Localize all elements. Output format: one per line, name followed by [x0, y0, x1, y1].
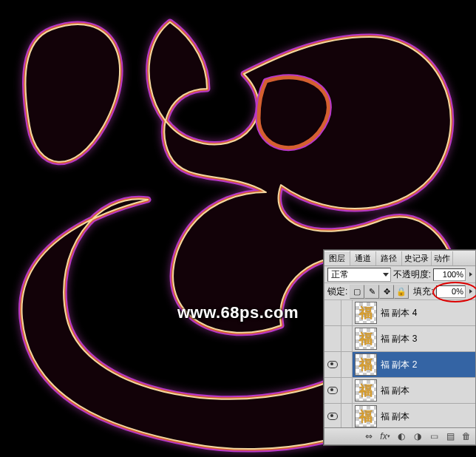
document-canvas: www.68ps.com 图层 通道 路径 史记录 动作 正常 不透明度: 10… [0, 0, 476, 457]
layer-row[interactable]: 福 福 副本 3 [324, 326, 475, 352]
panel-tabs: 图层 通道 路径 史记录 动作 [324, 251, 475, 266]
chevron-down-icon [383, 273, 389, 277]
fill-input[interactable]: 0% [436, 285, 466, 298]
layer-thumbnail[interactable]: 福 [355, 405, 377, 427]
link-column[interactable] [341, 378, 353, 403]
arrow-icon[interactable] [469, 289, 472, 294]
lock-all-button[interactable]: 🔒 [394, 285, 409, 299]
eye-icon [327, 361, 338, 368]
lock-position-button[interactable]: ✥ [379, 285, 394, 299]
group-icon[interactable]: ▭ [428, 430, 440, 442]
visibility-toggle[interactable] [324, 326, 341, 351]
layer-name[interactable]: 福 副本 2 [379, 359, 475, 371]
tab-actions[interactable]: 动作 [432, 251, 453, 265]
link-column[interactable] [341, 352, 353, 377]
layer-row[interactable]: 福 福 副本 4 [324, 300, 475, 326]
layers-panel: 图层 通道 路径 史记录 动作 正常 不透明度: 100% 锁定: ▢ ✎ ✥ … [324, 250, 476, 445]
link-icon[interactable]: ⇔ [363, 430, 375, 442]
opacity-label: 不透明度: [393, 268, 431, 281]
layer-row[interactable]: 福 福 副本 [324, 378, 475, 404]
lock-icons-group: ▢ ✎ ✥ 🔒 [350, 285, 409, 299]
visibility-toggle[interactable] [324, 404, 341, 427]
mask-icon[interactable]: ◐ [395, 430, 407, 442]
layer-thumbnail[interactable]: 福 [355, 353, 377, 376]
tab-history[interactable]: 史记录 [402, 251, 432, 265]
layer-thumbnail[interactable]: 福 [355, 379, 377, 402]
tab-channels[interactable]: 通道 [350, 251, 376, 265]
lock-image-button[interactable]: ✎ [364, 285, 379, 299]
layer-name[interactable]: 福 副本 3 [379, 333, 475, 345]
lock-label: 锁定: [327, 285, 347, 298]
link-column[interactable] [341, 326, 353, 351]
layer-name[interactable]: 福 副本 [379, 385, 475, 397]
new-icon[interactable]: ▤ [444, 430, 456, 442]
fx-icon[interactable]: fx▾ [379, 430, 391, 442]
link-column[interactable] [341, 300, 353, 325]
layer-row[interactable]: 福 福 副本 2 [324, 352, 475, 378]
fill-label: 填充: [413, 285, 433, 298]
layer-thumbnail[interactable]: 福 [355, 328, 377, 350]
layer-thumbnail[interactable]: 福 [355, 302, 377, 324]
panel-bottom-bar: ⇔ fx▾ ◐ ◑ ▭ ▤ 🗑 [324, 427, 475, 444]
eye-icon [327, 413, 338, 420]
blend-mode-value: 正常 [331, 268, 349, 281]
tab-layers[interactable]: 图层 [324, 251, 350, 265]
visibility-toggle[interactable] [324, 300, 341, 325]
blend-mode-select[interactable]: 正常 [327, 268, 391, 282]
trash-icon[interactable]: 🗑 [460, 430, 472, 442]
visibility-toggle[interactable] [324, 378, 341, 403]
tab-paths[interactable]: 路径 [376, 251, 402, 265]
layer-name[interactable]: 福 副本 4 [379, 307, 475, 319]
layer-name[interactable]: 福 副本 [379, 410, 475, 423]
link-column[interactable] [341, 404, 353, 427]
blend-opacity-row: 正常 不透明度: 100% [324, 266, 475, 283]
lock-fill-row: 锁定: ▢ ✎ ✥ 🔒 填充: 0% [324, 283, 475, 300]
layer-row[interactable]: 福 福 副本 [324, 404, 475, 427]
visibility-toggle[interactable] [324, 352, 341, 377]
opacity-input[interactable]: 100% [433, 268, 466, 281]
watermark-text: www.68ps.com [177, 303, 299, 322]
lock-transparent-button[interactable]: ▢ [350, 285, 364, 299]
arrow-icon[interactable] [469, 272, 472, 277]
layers-list: 福 福 副本 4 福 福 副本 3 福 福 副本 2 福 福 副本 [324, 300, 475, 427]
eye-icon [327, 387, 338, 394]
adjust-icon[interactable]: ◑ [412, 430, 424, 442]
